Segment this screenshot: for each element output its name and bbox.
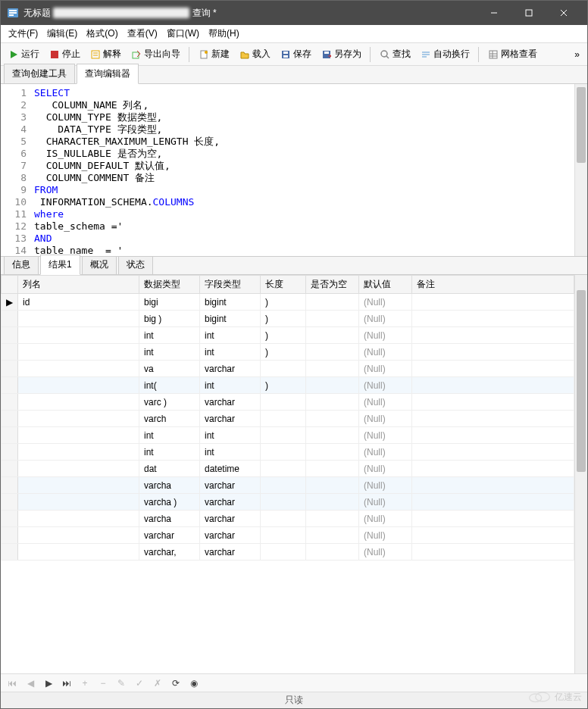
row-indicator[interactable] <box>2 444 18 461</box>
explain-button[interactable]: 解释 <box>86 45 125 63</box>
cell-default[interactable]: (Null) <box>359 361 412 377</box>
cell-default[interactable]: (Null) <box>359 477 412 494</box>
row-indicator[interactable] <box>2 427 18 444</box>
cell-remark[interactable] <box>412 361 574 377</box>
table-row[interactable]: varchavarchar(Null) <box>2 511 574 527</box>
nav-cancel[interactable]: ✗ <box>151 676 164 690</box>
table-row[interactable]: datdatetime(Null) <box>2 461 574 477</box>
cell-length[interactable] <box>261 444 306 461</box>
cell-nullable[interactable] <box>306 477 359 494</box>
row-indicator[interactable] <box>2 344 18 361</box>
cell-nullable[interactable] <box>306 511 359 527</box>
cell-fieldtype[interactable]: int <box>200 327 261 344</box>
cell-default[interactable]: (Null) <box>359 411 412 427</box>
cell-default[interactable]: (Null) <box>359 294 412 311</box>
cell-nullable[interactable] <box>306 311 359 327</box>
menu-help[interactable]: 帮助(H) <box>204 26 244 42</box>
cell-length[interactable]: ) <box>261 294 306 311</box>
nav-last[interactable]: ⏭ <box>60 676 74 690</box>
cell-nullable[interactable] <box>306 327 359 344</box>
tab-info[interactable]: 信息 <box>4 255 39 274</box>
cell-length[interactable]: ) <box>261 377 306 394</box>
cell-name[interactable] <box>18 427 139 444</box>
save-as-button[interactable]: 另存为 <box>317 45 365 63</box>
row-indicator[interactable] <box>2 511 18 527</box>
grid-view-button[interactable]: 网格查看 <box>483 45 541 63</box>
cell-datatype[interactable]: bigi <box>139 294 200 311</box>
row-indicator[interactable] <box>2 527 18 544</box>
nav-add[interactable]: + <box>78 676 92 690</box>
cell-default[interactable]: (Null) <box>359 394 412 411</box>
cell-fieldtype[interactable]: varchar <box>200 527 261 544</box>
sql-code[interactable]: SELECT COLUMN_NAME 列名, COLUMN_TYPE 数据类型,… <box>31 84 574 256</box>
table-row[interactable]: varchvarchar(Null) <box>2 411 574 427</box>
cell-name[interactable] <box>18 477 139 494</box>
tab-query-builder[interactable]: 查询创建工具 <box>4 64 75 83</box>
cell-fieldtype[interactable]: varchar <box>200 544 261 561</box>
cell-fieldtype[interactable]: bigint <box>200 311 261 327</box>
cell-fieldtype[interactable]: datetime <box>200 461 261 477</box>
cell-nullable[interactable] <box>306 344 359 361</box>
row-indicator[interactable] <box>2 311 18 327</box>
cell-fieldtype[interactable]: int <box>200 444 261 461</box>
cell-datatype[interactable]: big ) <box>139 311 200 327</box>
cell-datatype[interactable]: int <box>139 327 200 344</box>
cell-datatype[interactable]: varcha ) <box>139 494 200 511</box>
run-button[interactable]: 运行 <box>4 45 43 63</box>
cell-length[interactable] <box>261 494 306 511</box>
cell-remark[interactable] <box>412 327 574 344</box>
table-row[interactable]: intint)(Null) <box>2 327 574 344</box>
cell-fieldtype[interactable]: varchar <box>200 361 261 377</box>
cell-default[interactable]: (Null) <box>359 461 412 477</box>
col-header-length[interactable]: 长度 <box>261 276 306 294</box>
table-row[interactable]: varchar,varchar(Null) <box>2 544 574 561</box>
col-header-nullable[interactable]: 是否为空 <box>306 276 359 294</box>
cell-datatype[interactable]: varc ) <box>139 394 200 411</box>
maximize-button[interactable] <box>511 1 546 25</box>
cell-name[interactable] <box>18 444 139 461</box>
table-row[interactable]: varcharvarchar(Null) <box>2 527 574 544</box>
cell-length[interactable]: ) <box>261 344 306 361</box>
cell-nullable[interactable] <box>306 294 359 311</box>
cell-remark[interactable] <box>412 494 574 511</box>
nav-edit[interactable]: ✎ <box>114 676 128 690</box>
nav-first[interactable]: ⏮ <box>5 676 19 690</box>
cell-nullable[interactable] <box>306 444 359 461</box>
cell-length[interactable] <box>261 527 306 544</box>
cell-remark[interactable] <box>412 511 574 527</box>
cell-nullable[interactable] <box>306 411 359 427</box>
cell-remark[interactable] <box>412 294 574 311</box>
nav-refresh[interactable]: ⟳ <box>169 676 183 690</box>
cell-fieldtype[interactable]: int <box>200 427 261 444</box>
cell-datatype[interactable]: va <box>139 361 200 377</box>
cell-datatype[interactable]: int( <box>139 377 200 394</box>
cell-fieldtype[interactable]: int <box>200 377 261 394</box>
cell-fieldtype[interactable]: bigint <box>200 294 261 311</box>
cell-datatype[interactable]: varcha <box>139 477 200 494</box>
menu-file[interactable]: 文件(F) <box>4 26 42 42</box>
row-indicator[interactable] <box>2 544 18 561</box>
row-indicator[interactable] <box>2 394 18 411</box>
cell-name[interactable] <box>18 311 139 327</box>
cell-default[interactable]: (Null) <box>359 427 412 444</box>
table-row[interactable]: varc )varchar(Null) <box>2 394 574 411</box>
wrap-button[interactable]: 自动换行 <box>416 45 474 63</box>
cell-name[interactable] <box>18 527 139 544</box>
tab-result1[interactable]: 结果1 <box>40 255 80 275</box>
cell-name[interactable] <box>18 494 139 511</box>
cell-length[interactable] <box>261 544 306 561</box>
cell-nullable[interactable] <box>306 494 359 511</box>
sql-editor[interactable]: 1234567891011121314 SELECT COLUMN_NAME 列… <box>1 84 587 257</box>
cell-remark[interactable] <box>412 461 574 477</box>
col-header-datatype[interactable]: 数据类型 <box>139 276 200 294</box>
cell-nullable[interactable] <box>306 527 359 544</box>
cell-length[interactable] <box>261 477 306 494</box>
cell-default[interactable]: (Null) <box>359 494 412 511</box>
tab-query-editor[interactable]: 查询编辑器 <box>77 64 139 84</box>
cell-remark[interactable] <box>412 394 574 411</box>
cell-name[interactable] <box>18 327 139 344</box>
toolbar-overflow[interactable]: » <box>570 48 584 61</box>
cell-length[interactable] <box>261 411 306 427</box>
cell-remark[interactable] <box>412 344 574 361</box>
cell-name[interactable] <box>18 344 139 361</box>
